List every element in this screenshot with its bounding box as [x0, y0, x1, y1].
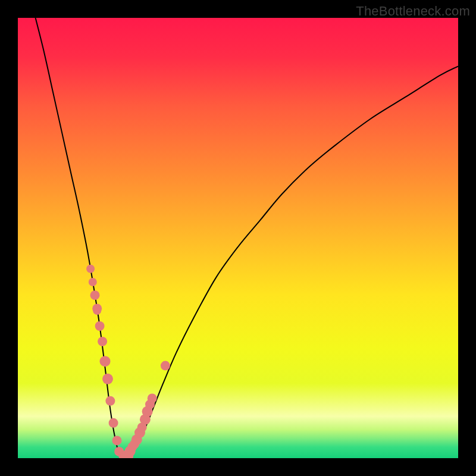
data-point: [102, 374, 113, 384]
data-point: [148, 393, 157, 403]
data-point: [89, 278, 97, 286]
data-point: [98, 337, 107, 346]
bottleneck-curve: [36, 18, 458, 458]
data-point: [112, 436, 122, 445]
data-point: [109, 418, 118, 428]
data-point: [105, 396, 115, 406]
data-point: [100, 356, 111, 367]
watermark-text: TheBottleneck.com: [356, 4, 470, 19]
data-point: [95, 321, 105, 331]
data-point: [90, 290, 100, 300]
data-point: [93, 306, 101, 315]
data-point: [161, 361, 170, 371]
data-point: [86, 265, 95, 273]
chart-frame: TheBottleneck.com: [0, 0, 476, 476]
chart-svg: [18, 18, 458, 458]
highlighted-points: [86, 265, 170, 458]
plot-area: [18, 18, 458, 458]
